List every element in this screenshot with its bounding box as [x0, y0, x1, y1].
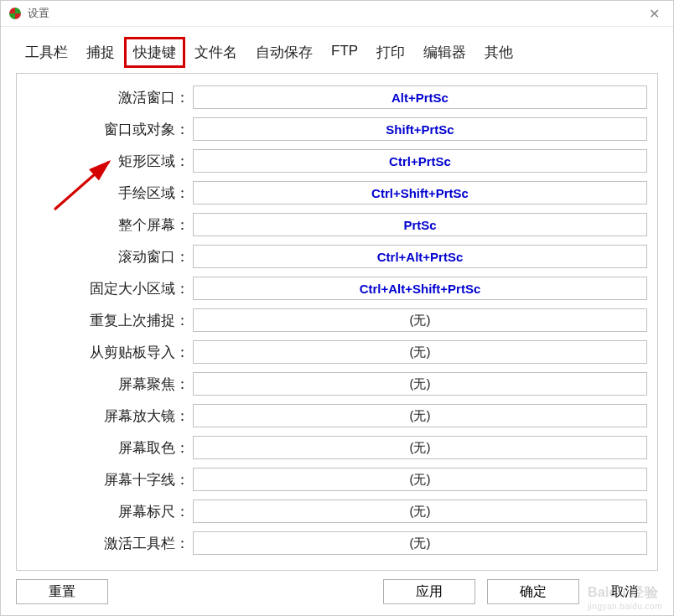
row-magnifier: 屏幕放大镜： (无) [27, 404, 647, 427]
field-freehand[interactable]: Ctrl+Shift+PrtSc [193, 181, 647, 204]
label-rectangle: 矩形区域： [27, 152, 193, 171]
row-color-picker: 屏幕取色： (无) [27, 436, 647, 459]
tab-print[interactable]: 打印 [367, 37, 414, 68]
settings-window: 设置 ✕ 工具栏 捕捉 快捷键 文件名 自动保存 FTP 打印 编辑器 其他 激… [0, 0, 674, 616]
field-rectangle[interactable]: Ctrl+PrtSc [193, 149, 647, 173]
app-icon [8, 6, 23, 21]
label-crosshair: 屏幕十字线： [27, 470, 193, 489]
field-magnifier[interactable]: (无) [193, 404, 647, 427]
row-active-window: 激活窗口： Alt+PrtSc [27, 85, 647, 109]
label-fullscreen: 整个屏幕： [27, 215, 193, 235]
label-window-object: 窗口或对象： [27, 120, 193, 139]
label-clipboard-import: 从剪贴板导入： [27, 343, 193, 362]
ok-button[interactable]: 确定 [487, 579, 579, 604]
label-screen-focus: 屏幕聚焦： [27, 375, 193, 394]
row-rectangle: 矩形区域： Ctrl+PrtSc [27, 149, 647, 173]
hotkey-panel: 激活窗口： Alt+PrtSc 窗口或对象： Shift+PrtSc 矩形区域：… [16, 73, 658, 571]
row-fixed-size: 固定大小区域： Ctrl+Alt+Shift+PrtSc [27, 277, 647, 300]
close-icon[interactable]: ✕ [641, 1, 666, 26]
field-activate-toolbar[interactable]: (无) [193, 531, 647, 555]
tab-ftp[interactable]: FTP [322, 37, 367, 68]
row-window-object: 窗口或对象： Shift+PrtSc [27, 117, 647, 141]
field-fullscreen[interactable]: PrtSc [193, 213, 647, 236]
tab-other[interactable]: 其他 [475, 37, 522, 68]
label-activate-toolbar: 激活工具栏： [27, 534, 193, 553]
apply-button[interactable]: 应用 [383, 579, 475, 604]
content-area: 工具栏 捕捉 快捷键 文件名 自动保存 FTP 打印 编辑器 其他 激活窗口： … [1, 27, 673, 579]
tab-toolbar[interactable]: 工具栏 [16, 37, 77, 68]
field-fixed-size[interactable]: Ctrl+Alt+Shift+PrtSc [193, 277, 647, 300]
tab-capture[interactable]: 捕捉 [77, 37, 124, 68]
label-fixed-size: 固定大小区域： [27, 279, 193, 298]
row-fullscreen: 整个屏幕： PrtSc [27, 213, 647, 236]
row-crosshair: 屏幕十字线： (无) [27, 468, 647, 491]
field-ruler[interactable]: (无) [193, 500, 647, 523]
row-ruler: 屏幕标尺： (无) [27, 500, 647, 523]
row-scrolling: 滚动窗口： Ctrl+Alt+PrtSc [27, 245, 647, 268]
row-screen-focus: 屏幕聚焦： (无) [27, 372, 647, 396]
label-freehand: 手绘区域： [27, 184, 193, 203]
label-scrolling: 滚动窗口： [27, 247, 193, 267]
field-clipboard-import[interactable]: (无) [193, 340, 647, 364]
field-active-window[interactable]: Alt+PrtSc [193, 85, 647, 109]
tab-editor[interactable]: 编辑器 [414, 37, 475, 68]
tabs-bar: 工具栏 捕捉 快捷键 文件名 自动保存 FTP 打印 编辑器 其他 [16, 37, 658, 68]
row-activate-toolbar: 激活工具栏： (无) [27, 531, 647, 555]
cancel-button[interactable]: 取消 [591, 579, 658, 604]
field-scrolling[interactable]: Ctrl+Alt+PrtSc [193, 245, 647, 268]
tab-filename[interactable]: 文件名 [185, 37, 246, 68]
field-window-object[interactable]: Shift+PrtSc [193, 117, 647, 141]
field-crosshair[interactable]: (无) [193, 468, 647, 491]
label-ruler: 屏幕标尺： [27, 502, 193, 521]
row-repeat-last: 重复上次捕捉： (无) [27, 308, 647, 332]
label-active-window: 激活窗口： [27, 88, 193, 107]
field-repeat-last[interactable]: (无) [193, 308, 647, 332]
label-color-picker: 屏幕取色： [27, 438, 193, 458]
field-color-picker[interactable]: (无) [193, 436, 647, 459]
reset-button[interactable]: 重置 [16, 579, 108, 604]
row-freehand: 手绘区域： Ctrl+Shift+PrtSc [27, 181, 647, 204]
bottom-bar: 重置 应用 确定 取消 [1, 579, 673, 616]
tab-autosave[interactable]: 自动保存 [246, 37, 322, 68]
label-repeat-last: 重复上次捕捉： [27, 311, 193, 330]
row-clipboard-import: 从剪贴板导入： (无) [27, 340, 647, 364]
titlebar: 设置 ✕ [1, 1, 673, 27]
tab-hotkeys[interactable]: 快捷键 [124, 37, 185, 68]
window-title: 设置 [28, 6, 641, 21]
label-magnifier: 屏幕放大镜： [27, 406, 193, 426]
field-screen-focus[interactable]: (无) [193, 372, 647, 396]
